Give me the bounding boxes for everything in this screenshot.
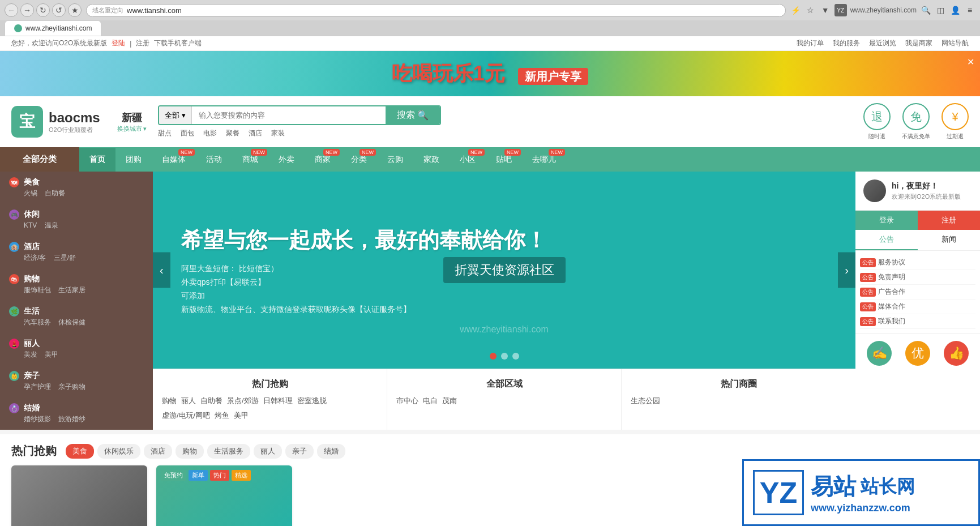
search-tag-3[interactable]: 电影: [203, 129, 217, 138]
sidebar-item-leisure[interactable]: 🎮 休闲 KTV 温泉: [0, 204, 153, 236]
nav-community[interactable]: NEW 小区: [450, 148, 486, 172]
sidebar-item-wedding[interactable]: 💍 结婚 婚纱摄影 旅游婚纱: [0, 397, 153, 430]
banner-close-button[interactable]: ✕: [967, 57, 974, 67]
sidebar-item-hotel[interactable]: 🏨 酒店 经济/客 三星/舒: [0, 236, 153, 268]
hp-tab-beauty[interactable]: 丽人: [254, 444, 282, 459]
right-icon-write[interactable]: ✍: [867, 341, 892, 366]
right-icon-thumb[interactable]: 👍: [944, 341, 969, 366]
sidebar-kids-sub-2[interactable]: 亲子购物: [58, 383, 85, 391]
city-change-btn[interactable]: 换换城市 ▾: [117, 125, 147, 133]
notice-item-1[interactable]: 公告 服务协议: [860, 255, 975, 270]
recent-browse[interactable]: 最近浏览: [869, 39, 896, 48]
circle-park[interactable]: 生态公园: [631, 396, 660, 406]
hot-tag-fish[interactable]: 烤鱼: [215, 410, 229, 421]
login-link[interactable]: 登陆: [112, 39, 125, 48]
sidebar-item-food[interactable]: 🍽 美食 火锅 自助餐: [0, 172, 153, 204]
nav-self-media[interactable]: NEW 自媒体: [152, 148, 196, 172]
search-tag-6[interactable]: 家装: [271, 129, 285, 138]
hot-tag-korean[interactable]: 日韩料理: [263, 396, 293, 406]
nav-forum[interactable]: NEW 贴吧: [486, 148, 522, 172]
notice-item-5[interactable]: 公告 联系我们: [860, 314, 975, 329]
carousel-dot-3[interactable]: [512, 353, 519, 360]
right-icon-star[interactable]: 优: [905, 341, 930, 366]
sidebar-shopping-sub-2[interactable]: 生活家居: [58, 286, 85, 294]
notice-tab-announcement[interactable]: 公告: [855, 230, 918, 250]
star-icon[interactable]: ☆: [805, 5, 816, 16]
sidebar-wedding-sub-1[interactable]: 婚纱摄影: [24, 415, 51, 423]
hot-tag-games[interactable]: 虚游/电玩/网吧: [162, 410, 210, 421]
nav-home-service[interactable]: 家政: [413, 148, 450, 172]
sidebar-life-sub-1[interactable]: 汽车服务: [24, 318, 51, 326]
search-category-selector[interactable]: 全部 ▾: [159, 106, 192, 124]
sidebar-wedding-sub-2[interactable]: 旅游婚纱: [58, 415, 85, 423]
sidebar-life-sub-2[interactable]: 休检保健: [58, 318, 85, 326]
notice-item-4[interactable]: 公告 媒体合作: [860, 300, 975, 314]
search-tag-1[interactable]: 甜点: [158, 129, 172, 138]
nav-activity[interactable]: 活动: [196, 148, 232, 172]
sidebar-item-kids[interactable]: 👶 亲子 孕产护理 亲子购物: [0, 365, 153, 397]
sidebar-beauty-sub-2[interactable]: 美甲: [45, 350, 58, 358]
my-service[interactable]: 我的服务: [833, 39, 860, 48]
search-tag-4[interactable]: 聚餐: [226, 129, 239, 138]
hot-tag-scenic[interactable]: 景点/郊游: [227, 396, 259, 406]
nav-category[interactable]: NEW 分类: [341, 148, 377, 172]
product-card-1[interactable]: [11, 465, 147, 526]
hp-tab-food[interactable]: 美食: [66, 444, 94, 459]
sidebar-item-beauty[interactable]: 💄 丽人 美发 美甲: [0, 333, 153, 365]
hp-tab-life[interactable]: 生活服务: [207, 444, 250, 459]
user-login-button[interactable]: 登录: [855, 211, 918, 230]
anytime-refund-icon-item[interactable]: 退 随时退: [863, 103, 891, 140]
hp-tab-hotel[interactable]: 酒店: [144, 444, 172, 459]
address-bar[interactable]: 域名重定向 www.tianshi.com: [86, 4, 786, 17]
sidebar-hotel-sub-2[interactable]: 三星/舒: [54, 254, 76, 262]
refresh-button[interactable]: ↻: [36, 3, 50, 17]
hp-tab-kids[interactable]: 亲子: [285, 444, 314, 459]
sidebar-item-life[interactable]: 🌿 生活 汽车服务 休检保健: [0, 301, 153, 333]
sidebar-leisure-sub-1[interactable]: KTV: [24, 221, 37, 229]
sidebar-shopping-sub-1[interactable]: 服饰鞋包: [24, 286, 51, 294]
site-nav[interactable]: 网站导航: [942, 39, 969, 48]
sidebar-kids-sub-1[interactable]: 孕产护理: [24, 383, 51, 391]
back-button[interactable]: ←: [5, 3, 18, 17]
user-icon[interactable]: 👤: [949, 5, 961, 16]
home-button[interactable]: ★: [68, 3, 82, 17]
nav-group-buy[interactable]: 团购: [115, 148, 152, 172]
nav-takeout[interactable]: 外卖: [268, 148, 305, 172]
my-order[interactable]: 我的订单: [797, 39, 824, 48]
free-unsatisfied-icon-item[interactable]: 免 不满意免单: [902, 103, 930, 140]
notice-item-3[interactable]: 公告 广告合作: [860, 285, 975, 300]
active-tab[interactable]: www.zheyitianshi.com: [5, 20, 101, 36]
search-icon[interactable]: 🔍: [920, 5, 931, 16]
forward-button[interactable]: →: [20, 3, 34, 17]
hot-tag-beauty[interactable]: 丽人: [181, 396, 196, 406]
search-tag-2[interactable]: 面包: [181, 129, 194, 138]
expired-refund-icon-item[interactable]: ¥ 过期退: [942, 103, 969, 140]
notice-item-2[interactable]: 公告 免责声明: [860, 270, 975, 285]
nav-home[interactable]: 首页: [79, 148, 115, 172]
carousel-dot-2[interactable]: [501, 353, 508, 360]
nav-merchant[interactable]: NEW 商家: [305, 148, 341, 172]
sidebar-food-sub-2[interactable]: 自助餐: [45, 189, 65, 197]
sidebar-leisure-sub-2[interactable]: 温泉: [45, 221, 58, 229]
nav-cloud-buy[interactable]: 云购: [377, 148, 413, 172]
nav-mall[interactable]: NEW 商城: [232, 148, 268, 172]
product-card-2[interactable]: 免预约 新单 热门 精选: [156, 465, 292, 526]
search-button[interactable]: 搜索 🔍: [386, 106, 440, 124]
region-dianba[interactable]: 电白: [423, 396, 438, 406]
sidebar-food-sub-1[interactable]: 火锅: [24, 189, 37, 197]
hp-tab-shopping[interactable]: 购物: [176, 444, 204, 459]
user-register-button[interactable]: 注册: [918, 211, 980, 230]
sidebar-hotel-sub-1[interactable]: 经济/客: [24, 254, 46, 262]
download-link[interactable]: 下载手机客户端: [154, 39, 202, 48]
hot-tag-escape[interactable]: 密室逃脱: [297, 396, 327, 406]
reload-button[interactable]: ↺: [52, 3, 66, 17]
search-tag-5[interactable]: 酒店: [249, 129, 262, 138]
carousel-next-button[interactable]: ›: [838, 253, 855, 288]
hot-tag-buffet[interactable]: 自助餐: [200, 396, 222, 406]
notice-tab-news[interactable]: 新闻: [918, 230, 980, 250]
sidebar-item-shopping[interactable]: 🛍 购物 服饰鞋包 生活家居: [0, 268, 153, 301]
bookmark-icon[interactable]: ▼: [820, 5, 831, 16]
lightning-icon[interactable]: ⚡: [790, 5, 802, 16]
menu-icon[interactable]: ≡: [964, 5, 975, 16]
nav-all-category[interactable]: 全部分类: [0, 147, 79, 172]
